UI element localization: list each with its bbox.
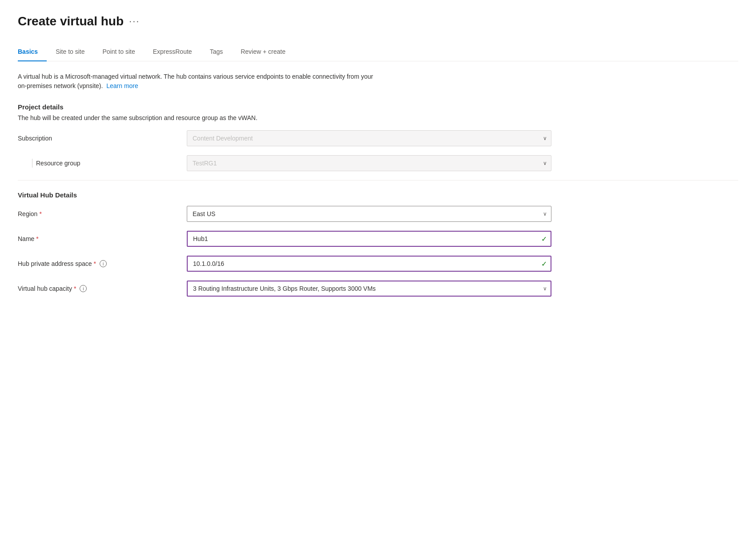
region-label: Region [18, 210, 37, 217]
virtual-hub-details-title: Virtual Hub Details [18, 191, 738, 199]
hub-address-valid-icon: ✓ [541, 260, 547, 268]
tab-expressroute[interactable]: ExpressRoute [144, 43, 201, 61]
hub-capacity-select-wrapper: 3 Routing Infrastructure Units, 3 Gbps R… [187, 281, 551, 297]
region-select-wrapper: East US ∨ [187, 206, 551, 222]
subscription-label: Subscription [18, 135, 52, 142]
tab-point-to-site[interactable]: Point to site [94, 43, 144, 61]
hub-address-input[interactable] [187, 256, 551, 272]
name-required-star: * [36, 235, 38, 242]
hub-private-address-space-row: Hub private address space * i ✓ [18, 256, 738, 272]
resource-group-label: Resource group [36, 160, 80, 167]
hub-address-input-wrapper: ✓ [187, 256, 551, 272]
region-required-star: * [39, 210, 41, 217]
page-title: Create virtual hub [18, 14, 124, 28]
name-row: Name * ✓ [18, 231, 738, 247]
hub-private-address-space-label: Hub private address space [18, 260, 92, 267]
hub-capacity-info-icon[interactable]: i [80, 285, 87, 292]
page-options-button[interactable]: ··· [129, 16, 140, 27]
virtual-hub-capacity-row: Virtual hub capacity * i 3 Routing Infra… [18, 281, 738, 297]
name-input-wrapper: ✓ [187, 231, 551, 247]
tab-basics[interactable]: Basics [18, 43, 47, 61]
resource-group-select-wrapper: TestRG1 ∨ [187, 155, 551, 171]
subscription-select[interactable]: Content Development [187, 130, 551, 146]
resource-group-row: Resource group TestRG1 ∨ [18, 155, 738, 171]
hub-capacity-required-star: * [74, 285, 76, 292]
learn-more-link[interactable]: Learn more [106, 82, 138, 89]
tab-tags[interactable]: Tags [201, 43, 232, 61]
name-label: Name [18, 235, 34, 242]
hub-address-required-star: * [94, 260, 96, 267]
region-select[interactable]: East US [187, 206, 551, 222]
tab-site-to-site[interactable]: Site to site [47, 43, 93, 61]
project-details-title: Project details [18, 103, 738, 111]
name-valid-icon: ✓ [541, 235, 547, 243]
hub-capacity-select[interactable]: 3 Routing Infrastructure Units, 3 Gbps R… [187, 281, 551, 297]
tab-review-create[interactable]: Review + create [232, 43, 294, 61]
name-input[interactable] [187, 231, 551, 247]
section-divider [18, 180, 738, 181]
subscription-row: Subscription Content Development ∨ [18, 130, 738, 146]
hub-address-info-icon[interactable]: i [100, 260, 107, 267]
subscription-select-wrapper: Content Development ∨ [187, 130, 551, 146]
virtual-hub-capacity-label: Virtual hub capacity [18, 285, 72, 292]
project-details-description: The hub will be created under the same s… [18, 114, 738, 121]
resource-group-select[interactable]: TestRG1 [187, 155, 551, 171]
description-text: A virtual hub is a Microsoft-managed vir… [18, 72, 382, 91]
region-row: Region * East US ∨ [18, 206, 738, 222]
tab-bar: Basics Site to site Point to site Expres… [18, 43, 738, 61]
